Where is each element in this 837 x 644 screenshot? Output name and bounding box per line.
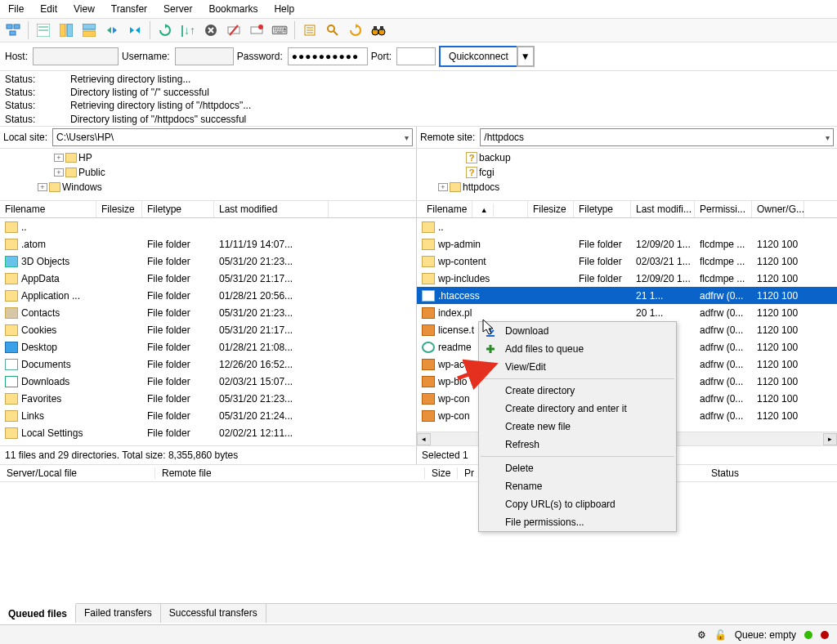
table-row[interactable]: .atomFile folder11/11/19 14:07... — [0, 235, 416, 253]
context-item[interactable]: Copy URL(s) to clipboard — [479, 495, 676, 513]
context-item[interactable]: Refresh — [479, 436, 676, 454]
context-item[interactable]: File permissions... — [479, 513, 676, 531]
menu-view[interactable]: View — [65, 2, 103, 16]
context-item[interactable]: Create directory — [479, 382, 676, 400]
table-row[interactable]: .. — [0, 218, 416, 235]
table-row[interactable]: wp-adminFile folder12/09/20 1...flcdmpe … — [417, 235, 837, 253]
binoculars-icon[interactable] — [369, 20, 388, 40]
queue-status: Queue: empty — [735, 629, 796, 641]
context-item[interactable]: Rename — [479, 477, 676, 495]
toggle-tree-icon[interactable] — [56, 20, 76, 40]
svg-rect-7 — [67, 24, 73, 37]
svg-rect-6 — [60, 24, 65, 37]
transfer-header: Server/Local file Remote file Size Pr St… — [0, 465, 837, 482]
context-item[interactable]: View/Edit — [479, 358, 676, 376]
table-row[interactable]: wp-includesFile folder12/09/20 1...flcdm… — [417, 270, 837, 287]
port-input[interactable] — [396, 47, 436, 65]
reconnect-icon[interactable] — [247, 20, 266, 40]
host-label: Host: — [5, 51, 28, 62]
menu-transfer[interactable]: Transfer — [103, 2, 155, 16]
table-row[interactable]: Application ...File folder01/28/21 20:56… — [0, 287, 416, 304]
sync-browse-icon[interactable] — [102, 20, 122, 40]
remote-site-path[interactable]: /httpdocs▾ — [480, 128, 834, 146]
table-row[interactable]: FavoritesFile folder05/31/20 21:23... — [0, 390, 416, 407]
context-item[interactable]: Create new file — [479, 418, 676, 436]
site-path-bar: Local site: C:\Users\HP\▾ Remote site: /… — [0, 127, 837, 149]
username-label: Username: — [122, 51, 170, 62]
local-site-path[interactable]: C:\Users\HP\▾ — [52, 128, 413, 146]
compare-icon[interactable] — [125, 20, 145, 40]
transfer-tabs: Queued files Failed transfers Successful… — [0, 603, 837, 623]
context-item[interactable]: Create directory and enter it — [479, 400, 676, 418]
status-bar: ⚙ 🔓 Queue: empty — [0, 624, 837, 644]
menu-file[interactable]: File — [0, 2, 32, 16]
menu-server[interactable]: Server — [155, 2, 200, 16]
host-input[interactable] — [33, 47, 119, 65]
auto-icon[interactable] — [346, 20, 365, 40]
led-green — [804, 631, 812, 639]
menubar: File Edit View Transfer Server Bookmarks… — [0, 0, 837, 18]
svg-rect-26 — [380, 26, 383, 30]
tab-successful[interactable]: Successful transfers — [161, 604, 266, 623]
tab-queued[interactable]: Queued files — [0, 603, 76, 623]
local-file-list[interactable]: Filename Filesize Filetype Last modified… — [0, 201, 417, 445]
remote-list-header[interactable]: Filename ▲ Filesize Filetype Last modifi… — [417, 201, 837, 218]
table-row[interactable]: DocumentsFile folder12/26/20 16:52... — [0, 356, 416, 373]
process-queue-icon[interactable]: |↓↑ — [178, 20, 198, 40]
filter-icon[interactable] — [300, 20, 320, 40]
password-label: Password: — [237, 51, 283, 62]
disconnect-icon[interactable] — [224, 20, 244, 40]
sitemanager-icon[interactable] — [3, 20, 23, 40]
svg-rect-9 — [83, 31, 96, 37]
svg-rect-0 — [7, 25, 12, 29]
svg-line-22 — [333, 31, 338, 35]
svg-rect-1 — [14, 25, 20, 29]
table-row[interactable]: LinksFile folder05/31/20 21:24... — [0, 407, 416, 424]
menu-edit[interactable]: Edit — [32, 2, 65, 16]
table-row[interactable]: CookiesFile folder05/31/20 21:17... — [0, 321, 416, 338]
table-row[interactable]: .htaccess21 1...adfrw (0...1120 100 — [417, 287, 837, 304]
table-row[interactable]: .. — [417, 218, 837, 235]
port-label: Port: — [371, 51, 392, 62]
table-row[interactable]: DownloadsFile folder02/03/21 15:07... — [0, 373, 416, 390]
context-item[interactable]: Download — [479, 322, 676, 340]
cancel-icon[interactable] — [201, 20, 221, 40]
menu-bookmarks[interactable]: Bookmarks — [200, 2, 266, 16]
context-item[interactable]: Add files to queue — [479, 340, 676, 358]
remote-site-label: Remote site: — [420, 132, 475, 143]
svg-point-21 — [328, 25, 334, 32]
table-row[interactable]: index.pl20 1...adfrw (0...1120 100 — [417, 304, 837, 321]
svg-rect-8 — [83, 24, 96, 29]
gear-icon[interactable]: ⚙ — [697, 629, 706, 641]
file-list-area: Filename Filesize Filetype Last modified… — [0, 201, 837, 446]
led-red — [821, 631, 829, 639]
refresh-icon[interactable] — [155, 20, 175, 40]
search-icon[interactable] — [323, 20, 342, 40]
toggle-log-icon[interactable] — [34, 20, 53, 40]
tab-failed[interactable]: Failed transfers — [76, 604, 161, 623]
context-item[interactable]: Delete — [479, 459, 676, 477]
lock-icon: 🔓 — [714, 629, 727, 641]
quickconnect-dropdown[interactable]: ▼ — [517, 46, 535, 67]
menu-help[interactable]: Help — [266, 2, 302, 16]
local-tree[interactable]: +HP +Public +Windows — [0, 149, 417, 200]
table-row[interactable]: ContactsFile folder05/31/20 21:23... — [0, 304, 416, 321]
local-list-header[interactable]: Filename Filesize Filetype Last modified — [0, 201, 416, 218]
table-row[interactable]: 3D ObjectsFile folder05/31/20 21:23... — [0, 253, 416, 270]
quickconnect-button[interactable]: Quickconnect — [439, 46, 518, 67]
table-row[interactable]: AppDataFile folder05/31/20 21:17... — [0, 270, 416, 287]
local-summary: 11 files and 29 directories. Total size:… — [0, 446, 417, 464]
remote-tree[interactable]: ?backup ?fcgi +httpdocs — [417, 149, 837, 200]
quickconnect-bar: Host: Username: Password: Port: Quickcon… — [0, 42, 837, 71]
table-row[interactable]: Local SettingsFile folder02/02/21 12:11.… — [0, 424, 416, 441]
toggle-queue-icon[interactable] — [79, 20, 99, 40]
table-row[interactable]: wp-contentFile folder02/03/21 1...flcdmp… — [417, 253, 837, 270]
server-cmd-icon[interactable]: ⌨ — [270, 20, 289, 40]
local-site-label: Local site: — [3, 132, 47, 143]
password-input[interactable] — [288, 47, 368, 65]
username-input[interactable] — [175, 47, 234, 65]
table-row[interactable]: DesktopFile folder01/28/21 21:08... — [0, 338, 416, 356]
directory-trees: +HP +Public +Windows ?backup ?fcgi +http… — [0, 149, 837, 201]
context-menu: DownloadAdd files to queueView/EditCreat… — [478, 321, 677, 532]
status-log[interactable]: Status:Retrieving directory listing... S… — [0, 71, 837, 127]
